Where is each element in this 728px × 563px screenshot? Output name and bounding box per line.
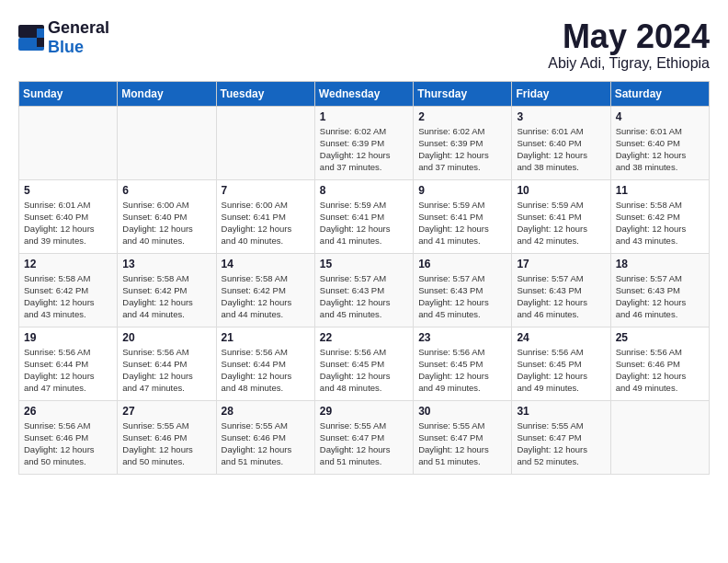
day-info: Sunrise: 6:01 AM Sunset: 6:40 PM Dayligh… (517, 125, 605, 174)
calendar-cell: 31Sunrise: 5:55 AM Sunset: 6:47 PM Dayli… (512, 400, 610, 474)
logo-icon (18, 25, 44, 51)
calendar-cell: 24Sunrise: 5:56 AM Sunset: 6:45 PM Dayli… (512, 327, 610, 400)
calendar-week-row: 26Sunrise: 5:56 AM Sunset: 6:46 PM Dayli… (19, 400, 710, 474)
day-number: 29 (320, 405, 408, 418)
day-number: 1 (320, 110, 408, 123)
day-number: 7 (222, 184, 310, 197)
day-number: 25 (616, 331, 704, 344)
day-info: Sunrise: 5:58 AM Sunset: 6:42 PM Dayligh… (24, 272, 112, 321)
day-number: 20 (122, 331, 210, 344)
calendar-table: SundayMondayTuesdayWednesdayThursdayFrid… (18, 81, 710, 475)
calendar-cell: 26Sunrise: 5:56 AM Sunset: 6:46 PM Dayli… (19, 400, 118, 474)
calendar-cell: 4Sunrise: 6:01 AM Sunset: 6:40 PM Daylig… (610, 106, 709, 179)
day-info: Sunrise: 5:55 AM Sunset: 6:46 PM Dayligh… (122, 419, 210, 468)
calendar-week-row: 12Sunrise: 5:58 AM Sunset: 6:42 PM Dayli… (19, 253, 710, 327)
day-number: 11 (616, 184, 704, 197)
day-info: Sunrise: 5:56 AM Sunset: 6:45 PM Dayligh… (418, 346, 506, 395)
calendar-cell: 21Sunrise: 5:56 AM Sunset: 6:44 PM Dayli… (216, 327, 314, 400)
day-info: Sunrise: 5:56 AM Sunset: 6:44 PM Dayligh… (222, 346, 310, 395)
calendar-cell: 20Sunrise: 5:56 AM Sunset: 6:44 PM Dayli… (118, 327, 216, 400)
calendar-cell (216, 106, 314, 179)
calendar-cell: 8Sunrise: 5:59 AM Sunset: 6:41 PM Daylig… (314, 179, 413, 253)
day-number: 4 (616, 110, 704, 123)
calendar-cell: 30Sunrise: 5:55 AM Sunset: 6:47 PM Dayli… (414, 400, 512, 474)
day-number: 23 (418, 331, 506, 344)
logo: General Blue (18, 18, 109, 57)
calendar-cell: 10Sunrise: 5:59 AM Sunset: 6:41 PM Dayli… (512, 179, 610, 253)
calendar-cell: 28Sunrise: 5:55 AM Sunset: 6:46 PM Dayli… (216, 400, 314, 474)
calendar-cell: 9Sunrise: 5:59 AM Sunset: 6:41 PM Daylig… (414, 179, 512, 253)
calendar-cell: 22Sunrise: 5:56 AM Sunset: 6:45 PM Dayli… (314, 327, 413, 400)
day-info: Sunrise: 5:56 AM Sunset: 6:45 PM Dayligh… (320, 346, 408, 395)
day-number: 14 (222, 258, 310, 270)
day-info: Sunrise: 6:02 AM Sunset: 6:39 PM Dayligh… (320, 125, 408, 174)
day-info: Sunrise: 5:56 AM Sunset: 6:44 PM Dayligh… (122, 346, 210, 395)
calendar-cell: 11Sunrise: 5:58 AM Sunset: 6:42 PM Dayli… (610, 179, 709, 253)
calendar-cell: 6Sunrise: 6:00 AM Sunset: 6:40 PM Daylig… (118, 179, 216, 253)
calendar-cell: 19Sunrise: 5:56 AM Sunset: 6:44 PM Dayli… (19, 327, 118, 400)
day-number: 13 (122, 258, 210, 270)
day-info: Sunrise: 5:56 AM Sunset: 6:46 PM Dayligh… (24, 419, 112, 468)
title-block: May 2024 Abiy Adi, Tigray, Ethiopia (548, 18, 710, 72)
logo-general: General (48, 18, 109, 37)
calendar-cell: 12Sunrise: 5:58 AM Sunset: 6:42 PM Dayli… (19, 253, 118, 327)
day-number: 17 (517, 258, 605, 270)
calendar-cell (19, 106, 118, 179)
calendar-cell (610, 400, 709, 474)
day-info: Sunrise: 5:57 AM Sunset: 6:43 PM Dayligh… (616, 272, 704, 321)
day-number: 21 (222, 331, 310, 344)
day-number: 16 (418, 258, 506, 270)
calendar-cell: 5Sunrise: 6:01 AM Sunset: 6:40 PM Daylig… (19, 179, 118, 253)
day-info: Sunrise: 6:00 AM Sunset: 6:41 PM Dayligh… (222, 199, 310, 247)
day-info: Sunrise: 5:55 AM Sunset: 6:47 PM Dayligh… (418, 419, 506, 468)
day-number: 3 (517, 110, 605, 123)
svg-marker-3 (37, 38, 44, 47)
calendar-cell: 13Sunrise: 5:58 AM Sunset: 6:42 PM Dayli… (118, 253, 216, 327)
weekday-header: Monday (118, 81, 216, 106)
calendar-cell: 2Sunrise: 6:02 AM Sunset: 6:39 PM Daylig… (414, 106, 512, 179)
day-info: Sunrise: 5:58 AM Sunset: 6:42 PM Dayligh… (122, 272, 210, 321)
day-info: Sunrise: 5:58 AM Sunset: 6:42 PM Dayligh… (616, 199, 704, 247)
day-info: Sunrise: 5:55 AM Sunset: 6:47 PM Dayligh… (517, 419, 605, 468)
day-number: 31 (517, 405, 605, 418)
day-info: Sunrise: 5:56 AM Sunset: 6:45 PM Dayligh… (517, 346, 605, 395)
day-info: Sunrise: 5:55 AM Sunset: 6:46 PM Dayligh… (222, 419, 310, 468)
page-header: General Blue May 2024 Abiy Adi, Tigray, … (18, 18, 710, 72)
location-title: Abiy Adi, Tigray, Ethiopia (548, 55, 710, 72)
day-number: 5 (24, 184, 112, 197)
day-info: Sunrise: 5:58 AM Sunset: 6:42 PM Dayligh… (222, 272, 310, 321)
month-year-title: May 2024 (548, 18, 710, 55)
calendar-week-row: 5Sunrise: 6:01 AM Sunset: 6:40 PM Daylig… (19, 179, 710, 253)
day-number: 12 (24, 258, 112, 270)
day-info: Sunrise: 5:57 AM Sunset: 6:43 PM Dayligh… (320, 272, 408, 321)
logo-blue: Blue (48, 38, 84, 56)
day-info: Sunrise: 5:57 AM Sunset: 6:43 PM Dayligh… (517, 272, 605, 321)
calendar-cell (118, 106, 216, 179)
calendar-cell: 25Sunrise: 5:56 AM Sunset: 6:46 PM Dayli… (610, 327, 709, 400)
weekday-header: Friday (512, 81, 610, 106)
calendar-cell: 23Sunrise: 5:56 AM Sunset: 6:45 PM Dayli… (414, 327, 512, 400)
svg-marker-2 (37, 29, 44, 38)
day-number: 9 (418, 184, 506, 197)
day-number: 27 (122, 405, 210, 418)
calendar-week-row: 19Sunrise: 5:56 AM Sunset: 6:44 PM Dayli… (19, 327, 710, 400)
weekday-header: Thursday (414, 81, 512, 106)
weekday-header-row: SundayMondayTuesdayWednesdayThursdayFrid… (19, 81, 710, 106)
day-number: 10 (517, 184, 605, 197)
calendar-cell: 16Sunrise: 5:57 AM Sunset: 6:43 PM Dayli… (414, 253, 512, 327)
day-info: Sunrise: 5:56 AM Sunset: 6:46 PM Dayligh… (616, 346, 704, 395)
calendar-cell: 14Sunrise: 5:58 AM Sunset: 6:42 PM Dayli… (216, 253, 314, 327)
day-number: 2 (418, 110, 506, 123)
calendar-cell: 3Sunrise: 6:01 AM Sunset: 6:40 PM Daylig… (512, 106, 610, 179)
day-number: 8 (320, 184, 408, 197)
day-info: Sunrise: 6:01 AM Sunset: 6:40 PM Dayligh… (616, 125, 704, 174)
day-number: 28 (222, 405, 310, 418)
day-info: Sunrise: 5:59 AM Sunset: 6:41 PM Dayligh… (517, 199, 605, 247)
calendar-cell: 7Sunrise: 6:00 AM Sunset: 6:41 PM Daylig… (216, 179, 314, 253)
calendar-cell: 27Sunrise: 5:55 AM Sunset: 6:46 PM Dayli… (118, 400, 216, 474)
calendar-cell: 1Sunrise: 6:02 AM Sunset: 6:39 PM Daylig… (314, 106, 413, 179)
calendar-cell: 29Sunrise: 5:55 AM Sunset: 6:47 PM Dayli… (314, 400, 413, 474)
day-info: Sunrise: 5:59 AM Sunset: 6:41 PM Dayligh… (418, 199, 506, 247)
calendar-week-row: 1Sunrise: 6:02 AM Sunset: 6:39 PM Daylig… (19, 106, 710, 179)
weekday-header: Wednesday (314, 81, 413, 106)
